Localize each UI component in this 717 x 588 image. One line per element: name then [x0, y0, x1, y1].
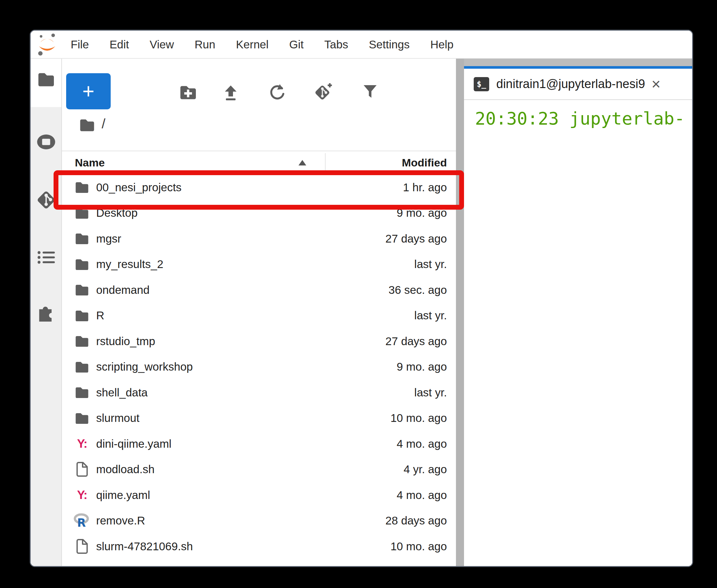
- jupyter-logo-icon: [37, 33, 58, 56]
- upload-icon: [222, 83, 240, 103]
- file-row[interactable]: slurm-47821069.sh10 mo. ago: [62, 533, 456, 559]
- folder-icon: [74, 181, 90, 193]
- filter-icon: [362, 84, 378, 102]
- terminal-panel: $_ dinitrain1@jupyterlab-nesi9 × 20:30:2…: [464, 59, 692, 566]
- folder-icon: [74, 232, 90, 245]
- file-modified: 1 hr. ago: [403, 181, 447, 194]
- yaml-icon: Y:: [74, 437, 90, 450]
- file-row-highlighted[interactable]: 00_nesi_projects1 hr. ago: [62, 174, 456, 200]
- file-name: my_results_2: [96, 258, 414, 271]
- file-modified: 4 mo. ago: [396, 437, 447, 450]
- puzzle-icon: [37, 302, 56, 324]
- new-folder-button[interactable]: [179, 84, 198, 102]
- file-name: R: [96, 309, 414, 322]
- menu-items: FileEditViewRunKernelGitTabsSettingsHelp: [60, 38, 464, 51]
- list-icon: [37, 250, 55, 267]
- breadcrumb-path: /: [102, 116, 105, 132]
- breadcrumb[interactable]: /: [79, 118, 105, 133]
- column-header-modified[interactable]: Modified: [402, 151, 447, 174]
- file-row[interactable]: Y:qiime.yaml4 mo. ago: [62, 482, 456, 508]
- git-clone-button[interactable]: [314, 84, 333, 102]
- git-clone-icon: [314, 83, 333, 103]
- menu-item-edit[interactable]: Edit: [99, 38, 139, 51]
- menu-item-file[interactable]: File: [60, 38, 99, 51]
- file-row[interactable]: Rlast yr.: [62, 303, 456, 329]
- column-header-name[interactable]: Name: [75, 151, 105, 174]
- menu-item-view[interactable]: View: [139, 38, 184, 51]
- file-name: 00_nesi_projects: [96, 181, 403, 194]
- file-modified: 36 sec. ago: [389, 284, 447, 296]
- file-row[interactable]: Rremove.R28 days ago: [62, 508, 456, 534]
- file-name: Desktop: [96, 206, 396, 219]
- sidebar-item-table-of-contents[interactable]: [30, 250, 61, 267]
- git-icon: [37, 190, 56, 211]
- file-name: shell_data: [96, 386, 414, 399]
- file-list-header: Name Modified: [62, 151, 456, 174]
- file-modified: 27 days ago: [385, 335, 447, 348]
- panel-splitter[interactable]: [456, 59, 464, 566]
- file-list: 00_nesi_projects1 hr. agoDesktop9 mo. ag…: [62, 174, 456, 566]
- folder-icon: [74, 258, 90, 271]
- jupyterlab-window: FileEditViewRunKernelGitTabsSettingsHelp: [30, 30, 693, 567]
- menu-item-tabs[interactable]: Tabs: [314, 38, 358, 51]
- stop-circle-icon: [36, 133, 56, 152]
- refresh-icon: [268, 83, 286, 103]
- file-modified: 9 mo. ago: [396, 206, 447, 219]
- file-row[interactable]: shell_datalast yr.: [62, 380, 456, 405]
- upload-button[interactable]: [221, 84, 240, 102]
- folder-icon: [74, 335, 90, 348]
- filter-button[interactable]: [361, 84, 380, 102]
- file-name: mgsr: [96, 232, 385, 245]
- file-name: rstudio_tmp: [96, 335, 385, 348]
- sort-ascending-icon[interactable]: [299, 160, 306, 166]
- file-row[interactable]: slurmout10 mo. ago: [62, 405, 456, 431]
- refresh-button[interactable]: [267, 84, 286, 102]
- file-browser-panel: +: [62, 59, 456, 566]
- file-icon: [74, 539, 90, 554]
- main-content: +: [30, 59, 692, 566]
- folder-icon: [74, 386, 90, 399]
- folder-icon: [74, 309, 90, 322]
- folder-icon: [74, 207, 90, 219]
- new-launcher-button[interactable]: +: [66, 73, 111, 109]
- file-row[interactable]: rstudio_tmp27 days ago: [62, 328, 456, 354]
- menu-item-run[interactable]: Run: [184, 38, 226, 51]
- sidebar-item-extensions[interactable]: [30, 302, 61, 324]
- file-row[interactable]: modload.sh4 yr. ago: [62, 457, 456, 483]
- file-modified: 10 mo. ago: [390, 412, 447, 424]
- sidebar-item-git[interactable]: [30, 190, 61, 211]
- menu-item-kernel[interactable]: Kernel: [226, 38, 279, 51]
- file-modified: last yr.: [414, 386, 447, 399]
- terminal-tab-title: dinitrain1@jupyterlab-nesi9: [496, 77, 645, 91]
- r-icon: R: [74, 513, 90, 528]
- menu-item-help[interactable]: Help: [420, 38, 464, 51]
- file-row[interactable]: my_results_2last yr.: [62, 252, 456, 277]
- file-row[interactable]: Desktop9 mo. ago: [62, 200, 456, 226]
- terminal-output[interactable]: 20:30:23 jupyterlab-: [464, 100, 692, 566]
- file-name: qiime.yaml: [96, 489, 396, 502]
- column-divider: [325, 153, 326, 172]
- file-name: remove.R: [96, 514, 385, 527]
- file-row[interactable]: Y:dini-qiime.yaml4 mo. ago: [62, 431, 456, 457]
- file-row[interactable]: scripting_workshop9 mo. ago: [62, 354, 456, 380]
- menu-item-git[interactable]: Git: [279, 38, 314, 51]
- file-modified: 9 mo. ago: [396, 360, 447, 373]
- sidebar-item-running-sessions[interactable]: [30, 133, 61, 152]
- terminal-tab[interactable]: $_ dinitrain1@jupyterlab-nesi9 ×: [464, 66, 692, 99]
- file-name: slurmout: [96, 412, 390, 424]
- folder-icon: [74, 412, 90, 424]
- file-row[interactable]: mgsr27 days ago: [62, 226, 456, 252]
- sidebar-item-file-browser[interactable]: [30, 71, 61, 88]
- terminal-output-line: 20:30:23 jupyterlab-: [475, 108, 685, 129]
- menu-bar: FileEditViewRunKernelGitTabsSettingsHelp: [30, 30, 692, 59]
- activity-sidebar: [30, 59, 62, 566]
- menu-item-settings[interactable]: Settings: [358, 38, 420, 51]
- file-modified: 4 mo. ago: [396, 489, 447, 502]
- close-icon[interactable]: ×: [652, 77, 660, 92]
- file-row[interactable]: ondemand36 sec. ago: [62, 277, 456, 303]
- new-folder-icon: [179, 84, 197, 101]
- file-modified: last yr.: [414, 258, 447, 271]
- file-modified: 10 mo. ago: [390, 540, 447, 553]
- file-modified: 28 days ago: [385, 514, 447, 527]
- file-name: ondemand: [96, 284, 389, 296]
